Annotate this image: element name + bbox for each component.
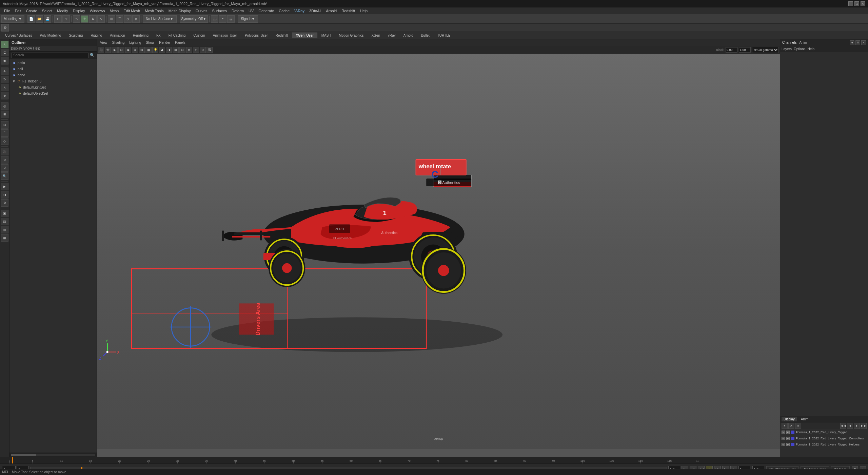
viewport-canvas[interactable]: Drivers Area: [97, 54, 780, 449]
soft-select-btn[interactable]: ⚬: [219, 15, 226, 23]
layer-item-1[interactable]: V P Formula_1_2022_Red_Livery_Rigged: [780, 429, 868, 435]
vp-shadow-btn[interactable]: ◕: [159, 47, 165, 53]
render-settings-btn[interactable]: ⚙: [1, 199, 8, 207]
layer-p-3[interactable]: P: [786, 443, 790, 446]
shelf-tab-fit-caching[interactable]: Fit Caching: [165, 33, 190, 38]
vp-hold-out-btn[interactable]: ◻: [193, 47, 199, 53]
menu-redshift[interactable]: Redshift: [339, 8, 357, 14]
outliner-search-input[interactable]: [12, 53, 88, 58]
menu-generate[interactable]: Generate: [256, 8, 276, 14]
menu-arnold[interactable]: Arnold: [324, 8, 339, 14]
move-tool-btn[interactable]: ✛: [81, 15, 88, 23]
menu-mesh-display[interactable]: Mesh Display: [166, 8, 193, 14]
shelf-btn-extra3[interactable]: ▥: [1, 226, 8, 233]
layers-sub-tab[interactable]: Layers: [782, 47, 792, 51]
outliner-menu-show[interactable]: Show: [23, 46, 32, 50]
layer-vis-1[interactable]: V: [782, 431, 785, 434]
tree-item-default-object-set[interactable]: ⊛ defaultObjectSet: [9, 90, 97, 96]
snap-curve-tool[interactable]: ⌒: [1, 129, 8, 137]
tree-item-patio[interactable]: ▣ patio: [9, 60, 97, 66]
shelf-tab-rendering[interactable]: Rendering: [129, 33, 152, 38]
shelf-tab-sculpting[interactable]: Sculpting: [65, 33, 86, 38]
layer-end-btn[interactable]: ►►: [861, 423, 867, 429]
layer-options-btn[interactable]: ≡: [795, 423, 801, 429]
zoom-tool[interactable]: 🔍: [1, 172, 8, 180]
shelf-tab-mash[interactable]: MASH: [318, 33, 335, 38]
shelf-tab-fx[interactable]: FX: [153, 33, 164, 38]
shelf-tab-animation[interactable]: Animation: [106, 33, 129, 38]
menu-curves[interactable]: Curves: [194, 8, 210, 14]
outliner-scrollbar[interactable]: [9, 453, 97, 457]
layer-back-btn[interactable]: ◄: [847, 423, 853, 429]
universal-manip[interactable]: ⊕: [1, 92, 8, 99]
snap-surface-btn[interactable]: ◈: [132, 15, 140, 23]
shelf-btn-extra4[interactable]: ▦: [1, 234, 8, 242]
vp-flat-btn[interactable]: ◈: [132, 47, 138, 53]
select-tool-btn[interactable]: ↖: [73, 15, 80, 23]
mode-dropdown[interactable]: Modeling ▼: [1, 15, 24, 23]
layers-display-tab[interactable]: Display: [782, 417, 797, 421]
viewport-menu-panels[interactable]: Panels: [173, 40, 187, 45]
viewport-menu-shading[interactable]: Shading: [111, 40, 126, 45]
close-button[interactable]: ✕: [861, 1, 865, 6]
viewport-menu-show[interactable]: Show: [144, 40, 156, 45]
vp-image-plane-btn[interactable]: 🖼: [206, 47, 213, 53]
rotate-tool[interactable]: ↻: [1, 76, 8, 83]
shelf-tab-curves-surfaces[interactable]: Curves / Surfaces: [1, 33, 36, 38]
new-layer-btn[interactable]: +: [782, 423, 788, 429]
viewport-menu-view[interactable]: View: [98, 40, 109, 45]
vp-isolate-btn[interactable]: ⊙: [200, 47, 206, 53]
menu-edit[interactable]: Edit: [13, 8, 23, 14]
redo-btn[interactable]: ↪: [62, 15, 70, 23]
show-manips-tool[interactable]: ⊞: [1, 111, 8, 118]
vp-light-btn[interactable]: 💡: [152, 47, 158, 53]
layer-vis-2[interactable]: V: [782, 437, 785, 440]
gamma-select[interactable]: sRGB gamma: [752, 47, 779, 53]
tree-item-band[interactable]: ▣ band: [9, 72, 97, 78]
menu-file[interactable]: File: [2, 8, 12, 14]
menu-create[interactable]: Create: [24, 8, 39, 14]
layer-item-3[interactable]: V P Formula_1_2022_Red_Livery_Rigged_Hel…: [780, 441, 868, 448]
menu-uv[interactable]: UV: [246, 8, 256, 14]
shelf-tab-animation-user[interactable]: Animation_User: [209, 33, 241, 38]
layer-p-1[interactable]: P: [786, 431, 790, 434]
lasso-tool[interactable]: ⊏: [1, 49, 8, 56]
menu-windows[interactable]: Windows: [88, 8, 107, 14]
menu-mesh-tools[interactable]: Mesh Tools: [143, 8, 165, 14]
shelf-btn-extra2[interactable]: ▤: [1, 218, 8, 225]
symmetry-btn[interactable]: Symmetry: Off ▼: [180, 15, 208, 23]
undo-btn[interactable]: ↩: [54, 15, 62, 23]
shelf-tab-poly-modeling[interactable]: Poly Modeling: [36, 33, 65, 38]
menu-select[interactable]: Select: [40, 8, 55, 14]
layers-anim-tab[interactable]: Anim: [799, 417, 811, 421]
shelf-tab-custom[interactable]: Custom: [190, 33, 209, 38]
vp-motion-blur-btn[interactable]: ≋: [186, 47, 192, 53]
vp-bounding-box-btn[interactable]: ⊠: [139, 47, 145, 53]
snap-point-tool[interactable]: ◇: [1, 137, 8, 145]
move-tool[interactable]: ✛: [1, 68, 8, 75]
vp-screen-space-btn[interactable]: ⊞: [173, 47, 179, 53]
paint-select-tool[interactable]: ◉: [1, 57, 8, 64]
tree-item-default-light-set[interactable]: ⊛ defaultLightSet: [9, 84, 97, 90]
shelf-tab-bullet[interactable]: Bullet: [417, 33, 433, 38]
menu-modify[interactable]: Modify: [55, 8, 70, 14]
maximize-button[interactable]: □: [854, 1, 859, 6]
layer-fwd-btn[interactable]: ►: [854, 423, 860, 429]
gamma-input[interactable]: [739, 47, 751, 53]
help-sub-tab[interactable]: Help: [807, 47, 814, 51]
viewport-menu-render[interactable]: Render: [157, 40, 172, 45]
channels-minimize-btn[interactable]: ◄: [850, 40, 854, 45]
snap-grid-tool[interactable]: ⊟: [1, 121, 8, 129]
vp-render-btn[interactable]: ▶: [112, 47, 118, 53]
outliner-menu-help[interactable]: Help: [33, 46, 40, 50]
vp-show-hide-btn[interactable]: 👁: [105, 47, 111, 53]
menu-surfaces[interactable]: Surfaces: [210, 8, 229, 14]
snap-grid-btn[interactable]: ⊞: [108, 15, 115, 23]
snap-point-btn[interactable]: ◇: [124, 15, 132, 23]
shelf-tab-rigging[interactable]: Rigging: [87, 33, 106, 38]
shelf-gear-btn[interactable]: ⚙: [1, 24, 9, 32]
shelf-tab-redshift[interactable]: Redshift: [272, 33, 292, 38]
menu-mesh[interactable]: Mesh: [107, 8, 121, 14]
soft-mod-tool[interactable]: ◎: [1, 102, 8, 110]
scale-tool[interactable]: ⤡: [1, 84, 8, 91]
